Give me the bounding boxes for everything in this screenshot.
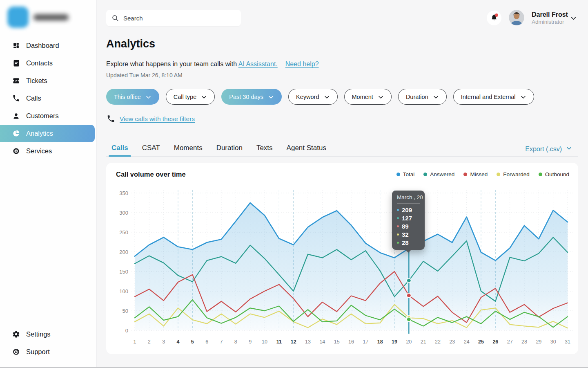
search-bar[interactable] (106, 10, 241, 26)
x-axis-label: 12 (291, 339, 296, 345)
chart-tooltip: March , 20 209127893228 (392, 191, 425, 250)
x-axis-label: 1 (134, 339, 136, 345)
filter-past-30-days[interactable]: Past 30 days (221, 89, 282, 105)
tab-texts[interactable]: Texts (256, 144, 273, 156)
call-volume-chart[interactable]: 0501001502002503003501234567891011121314… (109, 186, 575, 350)
tab-agent-status[interactable]: Agent Status (287, 144, 326, 156)
sidebar-item-label: Contacts (26, 59, 53, 67)
tab-moments[interactable]: Moments (174, 144, 203, 156)
notifications-button[interactable] (487, 11, 501, 25)
tab-calls[interactable]: Calls (111, 144, 128, 156)
sidebar-item-contacts[interactable]: Contacts (0, 54, 95, 72)
filter-row: This officeCall typePast 30 daysKeywordM… (106, 89, 534, 105)
tab-duration[interactable]: Duration (216, 144, 243, 156)
legend-label: Answered (430, 171, 454, 177)
sidebar-item-analytics[interactable]: Analytics (0, 125, 95, 142)
filter-duration[interactable]: Duration (398, 89, 447, 105)
chevron-down-icon (378, 94, 384, 100)
x-axis-label: 10 (262, 339, 267, 345)
tab-label: Calls (111, 144, 128, 152)
tooltip-dot (397, 242, 399, 244)
filter-call-type[interactable]: Call type (166, 89, 215, 105)
highlight-dot-outbound (407, 317, 411, 322)
tooltip-row-answered: 127 (397, 214, 420, 222)
services-icon (12, 147, 20, 155)
x-axis-label: 6 (205, 339, 208, 345)
highlight-dot-missed (407, 293, 411, 298)
filter-label: This office (114, 94, 141, 100)
legend-label: Forwarded (503, 171, 530, 177)
tooltip-row-missed: 89 (397, 222, 420, 230)
x-axis-label: 3 (162, 339, 165, 345)
tooltip-dot (397, 209, 399, 211)
view-calls-link[interactable]: View calls with these filters (120, 115, 195, 123)
x-axis-label: 17 (363, 339, 368, 345)
search-icon (111, 14, 119, 22)
y-axis-label: 250 (119, 229, 128, 236)
filter-label: Moment (352, 94, 373, 100)
x-axis-label: 19 (392, 339, 397, 345)
y-axis-label: 0 (125, 328, 128, 334)
filter-label: Past 30 days (229, 94, 263, 100)
sidebar-item-dashboard[interactable]: Dashboard (0, 37, 95, 54)
legend-item-missed[interactable]: Missed (463, 171, 488, 177)
legend-item-outbound[interactable]: Outbound (539, 171, 569, 177)
filter-this-office[interactable]: This office (106, 89, 159, 105)
filter-label: Duration (406, 94, 428, 100)
chevron-down-icon (268, 94, 274, 100)
sidebar-item-settings[interactable]: Settings (0, 325, 95, 343)
sidebar-item-services[interactable]: Services (0, 142, 95, 160)
filter-keyword[interactable]: Keyword (288, 89, 337, 105)
page-title: Analytics (106, 38, 155, 50)
settings-icon (12, 330, 20, 339)
x-axis-label: 2 (148, 339, 151, 345)
search-input[interactable] (122, 14, 236, 22)
need-help-link[interactable]: Need help? (285, 61, 319, 67)
x-axis-label: 4 (177, 339, 180, 345)
legend-item-forwarded[interactable]: Forwarded (497, 171, 530, 177)
sidebar-item-calls[interactable]: Calls (0, 90, 95, 107)
x-axis-label: 13 (305, 339, 311, 345)
legend-item-answered[interactable]: Answered (423, 171, 454, 177)
sidebar-item-tickets[interactable]: Tickets (0, 72, 95, 90)
legend-item-total[interactable]: Total (396, 171, 415, 177)
avatar[interactable] (509, 10, 524, 25)
tab-label: Moments (174, 144, 203, 152)
chevron-down-icon (145, 94, 151, 100)
legend-label: Outbound (545, 171, 569, 177)
filter-label: Call type (174, 94, 196, 100)
chart-legend: TotalAnsweredMissedForwardedOutbound (396, 171, 569, 177)
user-name: Darell Frost (532, 11, 568, 18)
filter-internal-and-external[interactable]: Internal and External (453, 89, 534, 105)
sidebar-item-support[interactable]: Support (0, 343, 95, 361)
sidebar: DashboardContactsTicketsCallsCustomersAn… (0, 0, 97, 368)
sidebar-item-label: Support (26, 348, 50, 356)
calls-icon (12, 94, 20, 103)
x-axis-label: 15 (334, 339, 340, 345)
x-axis-label: 31 (565, 339, 570, 345)
sidebar-item-label: Tickets (26, 77, 47, 85)
export-chevron-down-icon (566, 145, 572, 153)
tooltip-dot (397, 233, 399, 236)
legend-dot (423, 173, 427, 176)
app-logo[interactable] (6, 5, 87, 29)
tab-csat[interactable]: CSAT (142, 144, 160, 156)
ai-assistant-link[interactable]: AI Assisstant. (238, 61, 278, 67)
export-csv-button[interactable]: Export (.csv) (525, 145, 572, 153)
sidebar-item-label: Customers (26, 112, 59, 120)
sidebar-item-customers[interactable]: Customers (0, 107, 95, 125)
tooltip-value: 89 (402, 223, 409, 230)
filter-moment[interactable]: Moment (344, 89, 392, 105)
x-axis-label: 20 (406, 339, 412, 345)
tooltip-value: 32 (402, 231, 409, 238)
subtitle-text: Explore what happens in your team calls … (106, 61, 237, 67)
chevron-down-icon (520, 94, 526, 100)
app-logo-mark (7, 7, 29, 28)
chevron-down-icon (201, 94, 207, 100)
tooltip-value: 127 (402, 215, 412, 222)
x-axis-label: 23 (449, 339, 455, 345)
filter-label: Internal and External (461, 94, 516, 100)
tooltip-value: 28 (402, 239, 409, 246)
user-menu-chevron-down-icon[interactable] (570, 15, 577, 23)
customers-icon (12, 112, 20, 120)
